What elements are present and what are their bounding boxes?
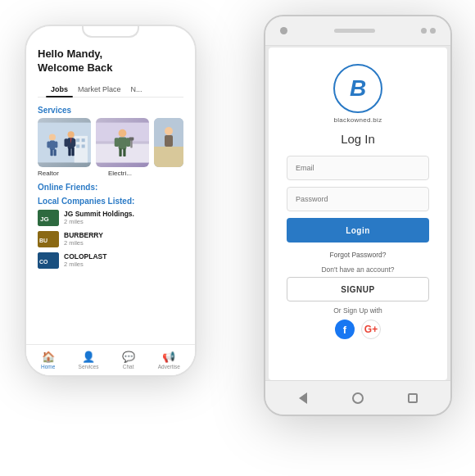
company-dist-burberry: 2 miles: [64, 239, 183, 247]
service-card-electrician[interactable]: [96, 118, 149, 167]
recents-icon: [408, 393, 418, 403]
local-companies-title: Local Companies Listed:: [26, 193, 195, 207]
facebook-login-icon[interactable]: f: [335, 320, 355, 339]
right-phone-wrap: B blackowned.biz Log In Login Forgot Pas…: [264, 15, 452, 416]
service-label-electrician: Electri...: [108, 170, 174, 177]
nav-home[interactable]: 🏠 Home: [41, 351, 55, 369]
svg-rect-23: [119, 137, 127, 149]
svg-rect-10: [50, 149, 52, 156]
social-section: Or Sign Up with f G+: [333, 306, 382, 339]
sensor-dot-2: [430, 28, 436, 34]
tab-jobs[interactable]: Jobs: [46, 82, 73, 97]
company-name-jg: JG Summit Holdings.: [64, 210, 183, 218]
svg-rect-3: [82, 138, 85, 142]
google-login-icon[interactable]: G+: [361, 320, 381, 339]
nav-services[interactable]: 👤 Services: [79, 351, 99, 369]
email-field[interactable]: [287, 156, 429, 180]
nav-services-label: Services: [79, 364, 99, 369]
tab-marketplace[interactable]: Market Place: [73, 82, 126, 97]
tab-more[interactable]: N...: [126, 82, 147, 97]
svg-rect-27: [123, 148, 125, 156]
online-friends-title: Online Friends:: [26, 179, 195, 193]
scene: Hello Mandy, Welcome Back Jobs Market Pl…: [0, 0, 475, 476]
svg-point-22: [119, 129, 127, 138]
services-icon: 👤: [82, 351, 95, 363]
right-phone: B blackowned.biz Log In Login Forgot Pas…: [264, 15, 452, 416]
android-back-button[interactable]: [296, 391, 310, 406]
svg-point-6: [49, 134, 56, 140]
svg-rect-28: [130, 140, 132, 148]
company-info-burberry: BURBERRY 2 miles: [64, 231, 183, 247]
svg-rect-24: [115, 138, 120, 147]
sensor-dot-1: [421, 28, 427, 34]
android-home-button[interactable]: [351, 391, 365, 406]
svg-rect-7: [50, 140, 56, 149]
or-sign-up-text: Or Sign Up with: [333, 306, 382, 315]
nav-chat[interactable]: 💬 Chat: [122, 351, 135, 369]
bottom-nav: 🏠 Home 👤 Services 💬 Chat 📢 Advertise: [26, 344, 195, 375]
svg-text:CO: CO: [39, 259, 48, 265]
front-camera: [280, 27, 287, 34]
no-account-text: Don't have an account?: [321, 265, 394, 274]
company-thumb-jg: JG: [38, 210, 59, 226]
left-phone-notch: [82, 26, 139, 38]
greeting: Hello Mandy, Welcome Back: [38, 48, 183, 75]
company-name-coloplast: COLOPLAST: [64, 252, 183, 261]
left-phone-wrap: Hello Mandy, Welcome Back Jobs Market Pl…: [25, 25, 197, 377]
svg-rect-31: [154, 147, 183, 167]
password-field[interactable]: [287, 187, 429, 211]
svg-point-32: [165, 127, 173, 135]
svg-rect-2: [76, 138, 79, 142]
svg-point-12: [68, 131, 75, 138]
company-info-jg: JG Summit Holdings. 2 miles: [64, 210, 183, 225]
login-button[interactable]: Login: [287, 218, 429, 243]
nav-chat-label: Chat: [123, 364, 134, 369]
company-item-coloplast[interactable]: CO COLOPLAST 2 miles: [38, 250, 183, 271]
home-icon-android: [352, 392, 364, 404]
svg-rect-15: [71, 138, 75, 147]
android-nav-bar: [265, 380, 450, 415]
company-dist-jg: 2 miles: [64, 218, 183, 225]
service-card-realtor[interactable]: [38, 118, 91, 167]
right-phone-screen: B blackowned.biz Log In Login Forgot Pas…: [269, 48, 447, 380]
svg-rect-29: [129, 137, 134, 140]
signup-button[interactable]: SIGNUP: [287, 277, 429, 301]
logo-letter: B: [350, 77, 366, 100]
svg-text:JG: JG: [40, 215, 49, 223]
service-label-realtor: Realtor: [38, 170, 103, 177]
svg-rect-8: [47, 141, 50, 147]
svg-rect-14: [65, 138, 69, 147]
social-icons: f G+: [335, 320, 381, 339]
services-title: Services: [26, 101, 195, 118]
speaker: [334, 29, 375, 33]
logo-domain: blackowned.biz: [334, 116, 382, 124]
nav-home-label: Home: [41, 364, 55, 369]
service-labels: Realtor Electri...: [26, 167, 195, 179]
forgot-password-link[interactable]: Forgot Password?: [287, 251, 429, 259]
back-icon: [299, 392, 307, 404]
logo-circle: B: [333, 64, 382, 113]
svg-rect-11: [54, 149, 57, 156]
company-item-jg[interactable]: JG JG Summit Holdings. 2 miles: [38, 207, 183, 229]
company-name-burberry: BURBERRY: [64, 231, 183, 239]
services-row: [26, 118, 195, 167]
login-title: Log In: [341, 132, 375, 146]
company-list: JG JG Summit Holdings. 2 miles BU BURBER…: [26, 207, 195, 271]
svg-rect-26: [119, 148, 121, 156]
svg-rect-16: [68, 147, 70, 156]
sensor-dots: [421, 28, 436, 34]
company-dist-coloplast: 2 miles: [64, 261, 183, 268]
advertise-icon: 📢: [162, 351, 175, 363]
svg-text:BU: BU: [39, 238, 48, 243]
nav-advertise[interactable]: 📢 Advertise: [158, 351, 180, 369]
tabs-bar: Jobs Market Place N...: [38, 82, 183, 97]
android-recents-button[interactable]: [405, 391, 420, 406]
svg-rect-4: [76, 144, 79, 147]
nav-advertise-label: Advertise: [158, 364, 180, 369]
company-thumb-coloplast: CO: [38, 252, 59, 269]
service-card-partial: [154, 118, 183, 167]
svg-rect-5: [82, 144, 85, 147]
company-item-burberry[interactable]: BU BURBERRY 2 miles: [38, 229, 183, 250]
left-phone-screen: Hello Mandy, Welcome Back Jobs Market Pl…: [26, 26, 195, 375]
company-info-coloplast: COLOPLAST 2 miles: [64, 252, 183, 268]
